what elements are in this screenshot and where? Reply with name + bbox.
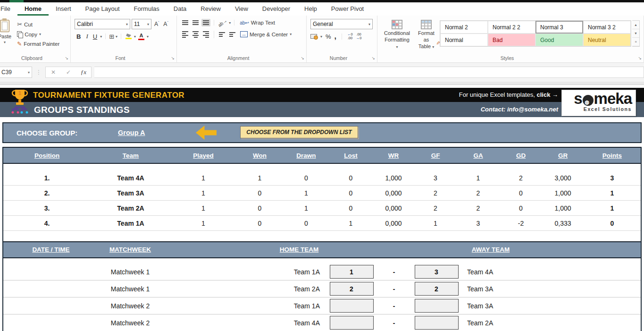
standings-cell-drawn[interactable]: 1 — [284, 204, 329, 212]
style-cell-normal[interactable]: Normal — [440, 34, 488, 46]
tab-insert[interactable]: Insert — [49, 2, 78, 16]
fill-color-button[interactable] — [125, 34, 133, 39]
style-cell-bad[interactable]: Bad — [488, 34, 535, 46]
cut-button[interactable]: ✂Cut — [15, 20, 61, 29]
standings-cell-played[interactable]: 1 — [171, 204, 236, 212]
standings-cell-wr[interactable]: 0,000 — [373, 220, 414, 227]
group-dropdown[interactable]: Group A — [118, 129, 145, 136]
alignment-dialog-launcher-icon[interactable]: ↘ — [301, 56, 304, 60]
underline-button[interactable]: U — [92, 33, 99, 40]
standings-cell-team[interactable]: Team 3A — [91, 189, 171, 197]
away-score-box[interactable]: 3 — [415, 265, 459, 279]
standings-cell-gd[interactable]: 0 — [500, 189, 542, 197]
home-score-box[interactable] — [330, 316, 374, 330]
style-cell-normal-3[interactable]: Normal 3 — [535, 21, 583, 34]
align-right-button[interactable] — [201, 30, 210, 39]
standings-cell-lost[interactable]: 0 — [329, 174, 373, 182]
standings-cell-drawn[interactable]: 0 — [284, 174, 329, 182]
standings-cell-position[interactable]: 4. — [3, 220, 91, 227]
tab-file[interactable]: File — [0, 2, 17, 16]
standings-cell-gr[interactable]: 0,333 — [542, 220, 584, 227]
tab-page-layout[interactable]: Page Layout — [78, 2, 127, 16]
fixture-home-team[interactable]: Team 1A — [170, 268, 326, 276]
tab-data[interactable]: Data — [167, 2, 193, 16]
fixture-matchweek-cell[interactable]: Matchweek 1 — [91, 285, 170, 293]
font-color-button[interactable]: A — [137, 33, 145, 40]
standings-cell-drawn[interactable]: 0 — [284, 220, 329, 227]
style-cell-normal-2[interactable]: Normal 2 — [440, 21, 488, 34]
percent-style-button[interactable]: % — [326, 33, 331, 40]
standings-cell-ga[interactable]: 1 — [457, 174, 500, 182]
fixture-home-team[interactable]: Team 4A — [170, 319, 326, 327]
grow-font-button[interactable]: Aˆ — [153, 21, 160, 27]
align-left-button[interactable] — [181, 30, 190, 39]
style-cell-normal-3-2[interactable]: Normal 3 2 — [583, 21, 631, 34]
standings-cell-wr[interactable]: 1,000 — [373, 174, 414, 182]
copy-button[interactable]: Copy ▾ — [15, 30, 61, 38]
standings-cell-wr[interactable]: 0,000 — [373, 189, 414, 197]
standings-cell-won[interactable]: 1 — [236, 174, 284, 182]
standings-cell-gf[interactable]: 2 — [414, 204, 457, 212]
cancel-icon[interactable]: ✕ — [46, 69, 61, 76]
shrink-font-button[interactable]: Aˇ — [162, 21, 169, 27]
standings-cell-lost[interactable]: 0 — [329, 204, 373, 212]
styles-dialog-launcher-icon[interactable]: ↘ — [638, 56, 642, 60]
standings-cell-ga[interactable]: 2 — [457, 189, 500, 197]
conditional-formatting-button[interactable]: Conditional Formatting ▾ — [381, 19, 413, 51]
standings-cell-team[interactable]: Team 1A — [91, 220, 171, 227]
standings-cell-played[interactable]: 1 — [171, 174, 236, 182]
standings-cell-gd[interactable]: 0 — [500, 204, 542, 212]
wrap-text-button[interactable]: ab↩Wrap Text — [238, 19, 277, 26]
standings-cell-drawn[interactable]: 1 — [284, 189, 329, 197]
standings-cell-team[interactable]: Team 2A — [91, 204, 171, 212]
away-score-box[interactable] — [415, 299, 459, 313]
standings-cell-gr[interactable]: 1,000 — [542, 189, 584, 197]
standings-cell-played[interactable]: 1 — [171, 220, 236, 227]
standings-cell-won[interactable]: 0 — [236, 189, 284, 197]
bold-button[interactable]: B — [75, 33, 83, 40]
align-bottom-button[interactable] — [201, 19, 210, 26]
standings-cell-played[interactable]: 1 — [171, 189, 236, 197]
standings-cell-points[interactable]: 1 — [584, 189, 641, 197]
fixture-home-team[interactable]: Team 2A — [170, 285, 326, 293]
home-score-box[interactable] — [330, 299, 374, 313]
away-score-box[interactable]: 2 — [415, 282, 459, 296]
promo-link[interactable]: For unique Excel templates, click → — [459, 91, 558, 98]
standings-cell-lost[interactable]: 1 — [329, 220, 373, 227]
align-top-button[interactable] — [181, 19, 190, 26]
standings-cell-points[interactable]: 3 — [584, 174, 641, 182]
standings-cell-points[interactable]: 1 — [584, 204, 641, 212]
away-score-box[interactable] — [415, 316, 459, 330]
tab-review[interactable]: Review — [193, 2, 228, 16]
paste-button[interactable]: Paste ▾ — [0, 19, 14, 54]
tab-home[interactable]: Home — [17, 2, 49, 16]
accounting-format-icon[interactable] — [310, 34, 317, 39]
fixture-away-team[interactable]: Team 4A — [462, 268, 641, 276]
standings-cell-lost[interactable]: 0 — [329, 189, 373, 197]
standings-cell-gr[interactable]: 3,000 — [542, 174, 584, 182]
format-as-table-button[interactable]: ✎ Format as Table ▾ — [414, 19, 439, 51]
standings-cell-gf[interactable]: 2 — [414, 189, 457, 197]
format-painter-button[interactable]: ✎Format Painter — [15, 40, 61, 48]
borders-button[interactable]: ⊞ — [109, 33, 114, 40]
standings-cell-gd[interactable]: 2 — [500, 174, 542, 182]
standings-cell-wr[interactable]: 0,000 — [373, 204, 414, 212]
comma-style-button[interactable]: , — [335, 34, 336, 39]
standings-cell-won[interactable]: 0 — [236, 204, 284, 212]
standings-cell-gf[interactable]: 3 — [414, 174, 457, 182]
home-score-box[interactable]: 1 — [330, 265, 374, 279]
fixture-home-team[interactable]: Team 1A — [170, 302, 326, 310]
tab-help[interactable]: Help — [297, 2, 324, 16]
decrease-decimal-button[interactable]: .00→0 — [356, 33, 362, 41]
gallery-down-icon[interactable]: ▼ — [632, 29, 639, 38]
name-box[interactable]: C39▾ — [0, 67, 32, 78]
merge-center-button[interactable]: ↔Merge & Center▾ — [238, 30, 293, 38]
gallery-more-icon[interactable]: ≡ — [632, 38, 639, 46]
tab-developer[interactable]: Developer — [255, 2, 297, 16]
fixture-away-team[interactable]: Team 3A — [462, 302, 641, 310]
standings-cell-team[interactable]: Team 4A — [91, 174, 171, 182]
italic-button[interactable]: I — [84, 33, 90, 40]
align-middle-button[interactable] — [191, 19, 200, 26]
fixture-matchweek-cell[interactable]: Matchweek 2 — [91, 319, 170, 327]
standings-cell-position[interactable]: 1. — [3, 174, 91, 182]
